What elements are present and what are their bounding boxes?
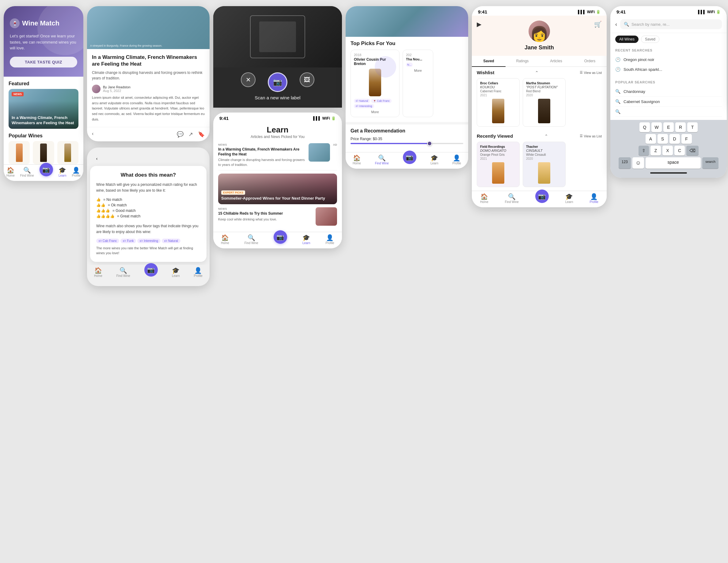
bookmark-icon[interactable]: 🔖 <box>198 131 205 138</box>
profile-camera-btn[interactable]: 📷 <box>535 189 549 203</box>
search-placeholder[interactable]: Search by name, re... <box>631 22 669 27</box>
learn-nav-learn[interactable]: 🎓 Learn <box>302 234 310 245</box>
wishlist-card-2[interactable]: Martha Stoumen "POST FLIRTATION" Red Ble… <box>523 78 566 127</box>
key-a[interactable]: A <box>646 134 656 144</box>
picks-nav-profile[interactable]: 👤 Profile <box>453 155 461 165</box>
back-arrow-profile[interactable]: ▶ <box>477 21 481 28</box>
key-e[interactable]: E <box>663 122 674 132</box>
search-bar[interactable]: 🔍 Search by name, re... <box>620 19 722 29</box>
cart-icon[interactable]: 🛒 <box>594 21 602 28</box>
key-w[interactable]: W <box>651 122 662 132</box>
profile-nav-find[interactable]: 🔍 Find Wine <box>505 193 519 203</box>
view-as-list-recent[interactable]: ☰ View as List <box>580 134 602 138</box>
popular-search-2[interactable]: 🔍 Cabernet Sauvignon <box>615 97 722 107</box>
range-fill <box>351 143 430 144</box>
modal-nav-home[interactable]: 🏠 Home <box>94 267 102 277</box>
search-back-button[interactable]: ‹ <box>615 21 617 28</box>
wine-card-2[interactable] <box>33 141 54 164</box>
picks-nav-home[interactable]: 🏠 Home <box>353 155 361 165</box>
take-quiz-button[interactable]: TAKE TASTE QUIZ <box>10 57 77 67</box>
key-emoji[interactable]: ☺ <box>632 157 644 169</box>
profile-nav-learn[interactable]: 🎓 Learn <box>565 193 573 203</box>
picks-nav-find[interactable]: 🔍 Find Wine <box>375 155 389 165</box>
wishlist-card-1[interactable]: Broc Cellars KOUKOU Cabernet Franc 2021 <box>477 78 520 127</box>
key-d[interactable]: D <box>669 134 680 144</box>
gallery-button[interactable]: 🖼 <box>300 72 314 87</box>
learn-nav-camera[interactable]: 📷 <box>274 235 287 244</box>
recent-card-1[interactable]: Field Recordings DOMO ARIGATO Orange Pin… <box>477 142 520 187</box>
range-thumb[interactable] <box>427 141 432 146</box>
view-as-list-wishlist[interactable]: ☰ View as List <box>580 70 602 74</box>
key-s[interactable]: S <box>658 134 668 144</box>
nav-camera[interactable]: 📷 <box>40 168 53 176</box>
key-shift[interactable]: ⇧ <box>639 146 649 155</box>
learn-nav-home[interactable]: 🏠 Home <box>221 234 229 245</box>
nav-profile[interactable]: 👤 Profile <box>72 167 81 177</box>
key-delete[interactable]: ⌫ <box>686 146 699 155</box>
keyboard-row-3: ⇧ Z X C ⌫ <box>612 146 726 155</box>
key-q[interactable]: Q <box>639 122 650 132</box>
learn-camera-btn[interactable]: 📷 <box>274 230 287 244</box>
search-status-icons: ▌▌▌ WiFi 🔋 <box>698 10 721 14</box>
profile-nav-camera[interactable]: 📷 <box>535 194 549 203</box>
recent-search-2[interactable]: 🕐 South African sparkl... <box>615 64 722 74</box>
nav-home[interactable]: 🏠 Home <box>6 167 15 177</box>
key-r[interactable]: R <box>675 122 686 132</box>
key-f[interactable]: F <box>681 134 692 144</box>
learn-nav-find[interactable]: 🔍 Find Wine <box>245 234 258 245</box>
collapse-wishlist[interactable]: ⌃ <box>535 70 539 75</box>
tab-orders[interactable]: Orders <box>573 56 607 67</box>
picks-nav-camera[interactable]: 📷 <box>403 155 416 164</box>
pick-card-2[interactable]: 202 Tha Nou... N... More <box>403 50 433 117</box>
key-c[interactable]: C <box>674 146 685 155</box>
filter-saved[interactable]: Saved <box>641 36 659 43</box>
featured-card[interactable]: NEWS In a Warming Climate, French Winema… <box>9 89 78 129</box>
comment-icon[interactable]: 💬 <box>177 131 184 138</box>
modal-nav-camera[interactable]: 📷 <box>144 268 158 276</box>
pick-2-more[interactable]: More <box>406 69 430 72</box>
back-arrow-article[interactable]: ‹ <box>92 131 93 138</box>
tab-articles[interactable]: Articles <box>539 56 573 67</box>
picks-camera-btn[interactable]: 📷 <box>403 150 416 164</box>
learn-article-1[interactable]: NEWS In a Warming Climate, French Winema… <box>218 143 337 170</box>
modal-nav-profile[interactable]: 👤 Profile <box>194 267 203 277</box>
pick-1-more[interactable]: More <box>354 110 396 114</box>
wine-card-3[interactable] <box>57 141 78 164</box>
close-camera-button[interactable]: ✕ <box>241 72 256 87</box>
picks-nav-learn[interactable]: 🎓 Learn <box>430 155 438 165</box>
recent-1-label: DOMO ARIGATO <box>480 149 516 152</box>
tab-ratings[interactable]: Ratings <box>506 56 539 67</box>
key-123[interactable]: 123 <box>619 157 631 169</box>
popular-search-1[interactable]: 🔍 Chardonnay <box>615 86 722 97</box>
modal-back-button[interactable]: ‹ <box>92 154 102 163</box>
learn-article-2[interactable]: EXPERT PICKS Sommelier-Approved Wines fo… <box>218 173 337 204</box>
wishlist-1-year: 2021 <box>480 93 516 97</box>
nav-learn[interactable]: 🎓 Learn <box>59 167 66 177</box>
key-space[interactable]: space <box>646 157 701 169</box>
modal-nav-find[interactable]: 🔍 Find Wine <box>116 267 130 277</box>
camera-btn-main[interactable]: 📷 <box>40 163 53 176</box>
key-t[interactable]: T <box>687 122 698 132</box>
price-range-slider[interactable] <box>351 143 463 144</box>
learn-article-3[interactable]: NEWS 15 Chillable Reds to Try this Summe… <box>218 207 337 229</box>
share-icon[interactable]: ↗ <box>188 131 193 138</box>
key-z[interactable]: Z <box>650 146 661 155</box>
key-return[interactable]: search <box>702 157 719 169</box>
learn-nav-profile[interactable]: 👤 Profile <box>326 234 334 245</box>
recent-search-1[interactable]: 🕐 Oregon pinot noir <box>615 55 722 64</box>
modal-nav-learn[interactable]: 🎓 Learn <box>172 267 180 277</box>
tab-saved[interactable]: Saved <box>472 56 506 67</box>
collapse-recent[interactable]: ⌃ <box>544 134 548 139</box>
popular-search-3[interactable]: 🔍 <box>615 107 722 117</box>
recent-card-2[interactable]: Thacher CINSAULT White Cinsault 2020 <box>523 142 566 187</box>
capture-button[interactable]: 📷 <box>268 72 287 92</box>
pick-card-1[interactable]: 2018 Olivier Cousin Pur Breton 🏷 Natural… <box>351 50 400 117</box>
wine-card-1[interactable] <box>9 141 30 164</box>
modal-camera-btn[interactable]: 📷 <box>144 263 158 276</box>
recent-2-image <box>538 162 550 184</box>
nav-find-wine[interactable]: 🔍 Find Wine <box>20 167 34 177</box>
profile-nav-home[interactable]: 🏠 Home <box>480 193 488 203</box>
key-x[interactable]: X <box>662 146 673 155</box>
profile-nav-profile[interactable]: 👤 Profile <box>590 193 598 203</box>
filter-all-wines[interactable]: All Wines <box>615 36 639 43</box>
